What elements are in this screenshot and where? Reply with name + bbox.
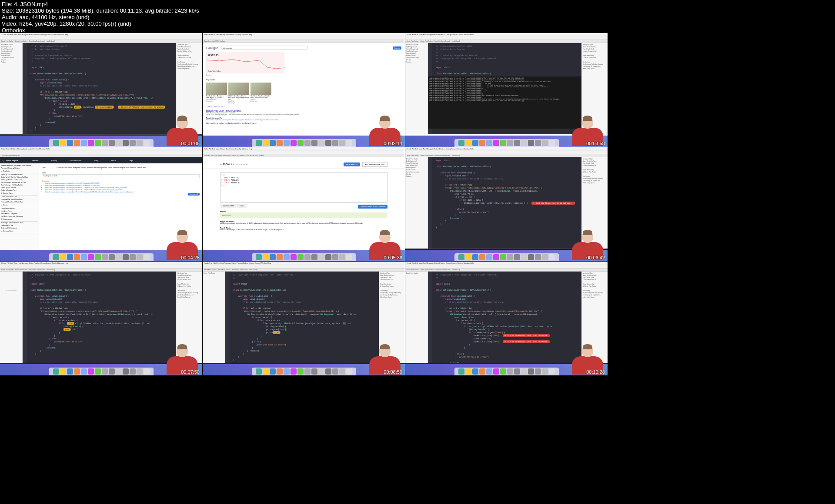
dock-app-icon[interactable]	[549, 368, 555, 375]
dock-app-icon[interactable]	[339, 368, 345, 375]
dock[interactable]	[454, 368, 559, 375]
dock-app-icon[interactable]	[514, 368, 520, 375]
dock-app-icon[interactable]	[60, 368, 66, 375]
dock-app-icon[interactable]	[528, 254, 534, 260]
dock-app-icon[interactable]	[535, 140, 541, 146]
dock-app-icon[interactable]	[130, 368, 136, 375]
project-navigator[interactable]: No Debug Session	[0, 272, 23, 363]
safari-toolbar[interactable]	[203, 36, 405, 40]
dock-app-icon[interactable]	[535, 368, 541, 375]
dock-app-icon[interactable]	[291, 254, 297, 260]
dock-app-icon[interactable]	[130, 140, 136, 146]
dock-app-icon[interactable]	[542, 368, 548, 375]
dock-app-icon[interactable]	[479, 254, 485, 260]
dock-app-icon[interactable]	[284, 140, 290, 146]
code-editor[interactable]: // Copyright © 2019 ZappyCode. All right…	[225, 272, 379, 363]
dock-app-icon[interactable]	[74, 140, 80, 146]
dock[interactable]	[49, 253, 154, 261]
dock-app-icon[interactable]	[332, 368, 338, 375]
xcode-tabbar[interactable]: Bitcoin Price Tracker 〉 Bitcoin Price Tr…	[0, 269, 202, 272]
dock-app-icon[interactable]	[53, 254, 59, 260]
safari-tabs[interactable]: Bitcoin Price Chart (BTC) | Coinbase	[203, 40, 405, 43]
dock-app-icon[interactable]	[263, 140, 269, 146]
execute-button[interactable]: Execute call	[188, 193, 200, 196]
story-card[interactable]: Bulls Push Bitcoin Rate to a 3-Week High…	[206, 83, 227, 104]
dock-app-icon[interactable]	[325, 140, 331, 146]
dock-app-icon[interactable]	[493, 254, 499, 260]
xcode-tabbar[interactable]: Bitcoin Price Tracker 〉 Bitcoin Price Tr…	[405, 269, 608, 272]
xcode-toolbar[interactable]	[0, 265, 202, 269]
dock-app-icon[interactable]	[325, 368, 331, 375]
dock-app-icon[interactable]	[270, 254, 276, 260]
dock-app-icon[interactable]	[53, 140, 59, 146]
dock-app-icon[interactable]	[102, 254, 108, 260]
dock-app-icon[interactable]	[346, 254, 352, 260]
dock-app-icon[interactable]	[102, 140, 108, 146]
dock[interactable]	[49, 368, 154, 375]
dock-app-icon[interactable]	[88, 254, 94, 260]
dock-app-icon[interactable]	[137, 140, 143, 146]
dock-app-icon[interactable]	[144, 368, 150, 375]
google-logo[interactable]: Google	[206, 46, 218, 50]
dock-app-icon[interactable]	[304, 254, 311, 260]
dock-app-icon[interactable]	[500, 254, 506, 260]
dock-app-icon[interactable]	[284, 368, 290, 375]
dock-app-icon[interactable]	[479, 368, 485, 375]
code-editor[interactable]: import UIKit class BitcoinViewController…	[428, 157, 581, 249]
support-button[interactable]: Support JSONLint for $2/Month	[358, 205, 387, 209]
dock-app-icon[interactable]	[332, 140, 338, 146]
dock-app-icon[interactable]	[81, 368, 87, 375]
nav-item[interactable]: Products	[406, 61, 427, 63]
related-search[interactable]: bitcoin price india	[266, 119, 278, 121]
xcode-tabbar[interactable]: Bitcoin Price Tracker 〉 Bitcoin Price Tr…	[203, 269, 405, 272]
xcode-toolbar[interactable]	[405, 151, 608, 154]
source-code[interactable]: // Copyright © 2019 ZappyCode. All right…	[30, 273, 174, 358]
dock-app-icon[interactable]	[458, 368, 464, 375]
dock-app-icon[interactable]	[297, 254, 304, 260]
dock-app-icon[interactable]	[514, 140, 520, 146]
dock-app-icon[interactable]	[123, 368, 129, 375]
dock-app-icon[interactable]	[95, 140, 101, 146]
source-code[interactable]: // Copyright © 2019 ZappyCode. All right…	[436, 273, 579, 363]
dock-app-icon[interactable]	[528, 368, 534, 375]
dock-app-icon[interactable]	[53, 368, 59, 375]
menubar[interactable]: Xcode File Edit View Find Navigate Edito…	[0, 262, 202, 265]
nav-item[interactable]: Bitcoin Price Tracker	[406, 272, 427, 275]
dock-app-icon[interactable]	[521, 254, 527, 260]
dock-app-icon[interactable]	[332, 254, 338, 260]
dock-app-icon[interactable]	[88, 140, 94, 146]
related-search[interactable]: litecoin price	[223, 119, 231, 121]
dock-app-icon[interactable]	[339, 254, 345, 260]
dock[interactable]	[49, 139, 154, 147]
dock-app-icon[interactable]	[542, 140, 548, 146]
dock-app-icon[interactable]	[137, 254, 143, 260]
dock-app-icon[interactable]	[458, 140, 464, 146]
dock-app-icon[interactable]	[458, 254, 464, 260]
source-code[interactable]: // BitcoinViewController.swift // Bitcoi…	[30, 45, 174, 133]
dock-app-icon[interactable]	[472, 140, 478, 146]
price-chart[interactable]: 8,512.75 United States Dollar ▾	[206, 52, 284, 73]
sidebar-section[interactable]: ☰ General Info	[1, 229, 38, 233]
menubar[interactable]: Xcode File Edit View Find Navigate Edito…	[405, 147, 608, 151]
dock-app-icon[interactable]	[277, 254, 283, 260]
doc-sidebar[interactable]: General Mapping - Exchanges From SymbolP…	[0, 163, 39, 255]
dock-app-icon[interactable]	[486, 140, 492, 146]
dock-app-icon[interactable]	[95, 368, 101, 375]
dock-app-icon[interactable]	[318, 368, 324, 375]
nav-item[interactable]: Products	[406, 176, 427, 178]
dock-app-icon[interactable]	[542, 254, 548, 260]
dock-app-icon[interactable]	[486, 368, 492, 375]
dock-app-icon[interactable]	[514, 254, 520, 260]
dock-app-icon[interactable]	[507, 140, 513, 146]
story-card[interactable]: Why Bitcoin Price Should Retake $8,600 t…	[250, 83, 271, 104]
dock-app-icon[interactable]	[339, 140, 345, 146]
menubar[interactable]: Safari File Edit View History Bookmarks …	[203, 147, 405, 151]
dock-app-icon[interactable]	[311, 140, 317, 146]
xcode-toolbar[interactable]	[203, 265, 405, 269]
nav-item[interactable]: Products	[1, 61, 21, 63]
dock-app-icon[interactable]	[284, 254, 290, 260]
xcode-tabbar[interactable]: Bitcoin Price Tracker 〉 Bitcoin Price Tr…	[405, 40, 608, 43]
code-editor[interactable]: // BitcoinViewController.swift // Bitcoi…	[23, 43, 176, 134]
dock-app-icon[interactable]	[60, 254, 66, 260]
related-search[interactable]: bitcoin cash price	[232, 119, 244, 121]
